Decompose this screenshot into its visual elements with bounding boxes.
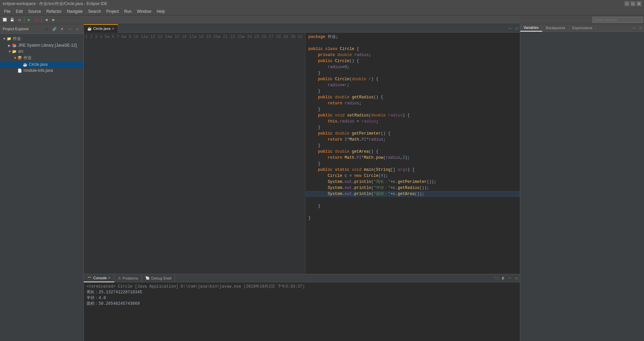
menu-edit[interactable]: Edit [13, 8, 25, 14]
menu-run[interactable]: Run [121, 8, 134, 14]
tree-item-package[interactable]: ▼ 📦 作业 [0, 54, 84, 61]
menu-window[interactable]: Window [134, 8, 154, 14]
menu-help[interactable]: Help [154, 8, 168, 14]
editor-tab-circle[interactable]: ☕ Circle.java ✕ [84, 24, 118, 33]
debug-shell-label: Debug Shell [151, 276, 171, 280]
toolbar: ⬜ 💾 🗂 ▶ 🐞 ◀ ▶ [0, 15, 644, 24]
tree-item-module-java[interactable]: 📄 module-info.java [0, 67, 84, 74]
console-line-1: <terminated> Circle [Java Application] D… [87, 284, 517, 289]
new-button[interactable]: ⬜ [1, 16, 8, 23]
debug-shell-tab[interactable]: 🐚 Debug Shell [142, 274, 175, 282]
pe-minimize-button[interactable]: ─ [66, 26, 73, 32]
code-content[interactable]: package 作业; public class Circle { privat… [306, 33, 520, 274]
menu-navigate[interactable]: Navigate [64, 8, 85, 14]
quick-access-input[interactable] [592, 17, 643, 23]
java-file-icon: ☕ [23, 62, 28, 67]
editor-area: ☕ Circle.java ✕ ─ □ 1 2 3 4 5◈ 6 7 8◈ 9 … [84, 24, 520, 274]
run-button[interactable]: ▶ [26, 16, 33, 23]
problems-icon: ⚠ [118, 276, 121, 280]
module-icon: 📄 [17, 68, 22, 73]
title-bar: eclipse-workspace - 作业/src/作业/Circle.jav… [0, 0, 644, 7]
console-line-4: 面积：50.26548245743669 [87, 301, 517, 306]
toolbar-sep-1 [24, 17, 24, 23]
jre-icon: 📚 [12, 43, 17, 48]
pe-title: Project Explorer [3, 27, 29, 31]
save-all-button[interactable]: 🗂 [16, 16, 23, 23]
minimize-button[interactable]: ─ [625, 1, 629, 6]
toolbar-sep-2 [41, 17, 42, 23]
menu-project[interactable]: Project [104, 8, 121, 14]
rp-minimize[interactable]: ─ [631, 25, 637, 31]
editor-maximize[interactable]: □ [513, 25, 520, 32]
center-area: ☕ Circle.java ✕ ─ □ 1 2 3 4 5◈ 6 7 8◈ 9 … [84, 24, 520, 341]
problems-tab-label: Problems [122, 276, 138, 280]
editor-tab-label: Circle.java [93, 27, 110, 31]
jre-label: JRE System Library [JavaSE-12] [18, 43, 77, 48]
code-editor[interactable]: 1 2 3 4 5◈ 6 7 8◈ 9 10 11◈ 12 13 14◈ 15 … [84, 33, 520, 274]
menu-bar: File Edit Source Refactor Navigate Searc… [0, 7, 644, 15]
pe-tree: ▼ 📁 作业 ▶ 📚 JRE System Library [JavaSE-12… [0, 34, 84, 341]
menu-file[interactable]: File [1, 8, 13, 14]
expressions-tab[interactable]: Expressions [569, 25, 596, 31]
tree-item-src[interactable]: ▼ 📂 src [0, 48, 84, 54]
editor-minimize[interactable]: ─ [506, 25, 513, 32]
tree-item-jre[interactable]: ▶ 📚 JRE System Library [JavaSE-12] [0, 42, 84, 48]
src-label: src [18, 49, 23, 54]
debug-shell-icon: 🐚 [145, 276, 150, 280]
console-tab-label: Console [93, 276, 107, 280]
tree-item-project[interactable]: ▼ 📁 作业 [0, 35, 84, 42]
console-line-2: 周长：25.132741228718345 [87, 289, 517, 295]
project-label: 作业 [13, 36, 21, 42]
console-output: <terminated> Circle [Java Application] D… [84, 282, 520, 341]
package-icon: 📦 [17, 56, 22, 60]
editor-tab-icon: ☕ [87, 27, 92, 31]
console-minimize[interactable]: ─ [506, 275, 513, 282]
prev-edit-button[interactable]: ◀ [43, 16, 50, 23]
next-edit-button[interactable]: ▶ [50, 16, 57, 23]
pe-header-icons: ⬛ 🔗 ▼ ─ □ [43, 26, 81, 32]
console-icon: 📟 [87, 276, 92, 280]
tree-item-circle-java[interactable]: ☕ Circle.java [0, 61, 84, 67]
maximize-button[interactable]: □ [631, 1, 635, 6]
project-icon: 📁 [7, 37, 11, 41]
pe-link-button[interactable]: 🔗 [51, 26, 58, 32]
window-title: eclipse-workspace - 作业/src/作业/Circle.jav… [3, 1, 107, 7]
right-panel-content [520, 32, 644, 341]
circle-java-label: Circle.java [29, 62, 48, 67]
tree-arrow-jre: ▶ [8, 44, 12, 47]
console-maximize[interactable]: □ [513, 275, 520, 282]
rp-maximize[interactable]: □ [637, 25, 644, 31]
line-numbers: 1 2 3 4 5◈ 6 7 8◈ 9 10 11◈ 12 13 14◈ 15 … [84, 33, 306, 274]
window-controls: ─ □ ✕ [625, 1, 641, 6]
module-label: module-info.java [23, 68, 53, 73]
console-tab[interactable]: 📟 Console ✕ [84, 274, 114, 282]
tree-arrow-package: ▼ [13, 56, 17, 60]
package-label: 作业 [23, 55, 32, 61]
problems-tab[interactable]: ⚠ Problems [114, 274, 142, 282]
tree-arrow-src: ▼ [8, 50, 12, 53]
tree-arrow-project: ▼ [3, 37, 7, 41]
debug-button[interactable]: 🐞 [33, 16, 40, 23]
pe-collapse-button[interactable]: ⬛ [43, 26, 50, 32]
close-button[interactable]: ✕ [637, 1, 641, 6]
editor-tabs: ☕ Circle.java ✕ ─ □ [84, 24, 520, 33]
project-explorer: Project Explorer ⬛ 🔗 ▼ ─ □ ▼ 📁 作业 ▶ 📚 [0, 24, 84, 341]
menu-source[interactable]: Source [25, 8, 44, 14]
main-layout: Project Explorer ⬛ 🔗 ▼ ─ □ ▼ 📁 作业 ▶ 📚 [0, 24, 644, 341]
save-button[interactable]: 💾 [9, 16, 15, 23]
console-clear[interactable]: 🗑 [500, 275, 506, 282]
menu-refactor[interactable]: Refactor [44, 8, 64, 14]
editor-tab-close[interactable]: ✕ [112, 27, 114, 31]
pe-maximize-button[interactable]: □ [74, 26, 81, 32]
variables-tab[interactable]: Variables [520, 24, 542, 32]
bottom-tabs: 📟 Console ✕ ⚠ Problems 🐚 Debug Shell ⬛ 🗑… [84, 274, 520, 282]
pe-header: Project Explorer ⬛ 🔗 ▼ ─ □ [0, 24, 84, 34]
menu-search[interactable]: Search [86, 8, 104, 14]
bottom-panel: 📟 Console ✕ ⚠ Problems 🐚 Debug Shell ⬛ 🗑… [84, 274, 520, 341]
breakpoints-tab[interactable]: Breakpoints [542, 25, 569, 31]
console-line-3: 半径：4.0 [87, 295, 517, 301]
console-terminate[interactable]: ⬛ [493, 275, 500, 282]
right-panel-header: Variables Breakpoints Expressions ─ □ [520, 24, 644, 32]
console-tab-close[interactable]: ✕ [108, 276, 111, 280]
pe-menu-button[interactable]: ▼ [59, 26, 65, 32]
